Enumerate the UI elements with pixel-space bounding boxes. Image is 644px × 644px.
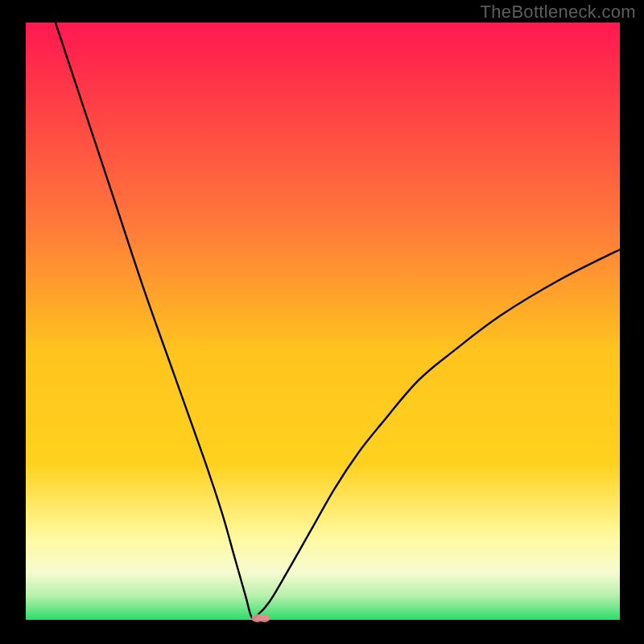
bottleneck-chart — [0, 0, 644, 644]
watermark-text: TheBottleneck.com — [481, 2, 636, 23]
chart-frame: TheBottleneck.com — [0, 0, 644, 644]
curve-min-marker — [252, 614, 270, 622]
plot-background — [26, 23, 620, 620]
svg-point-1 — [259, 614, 270, 622]
